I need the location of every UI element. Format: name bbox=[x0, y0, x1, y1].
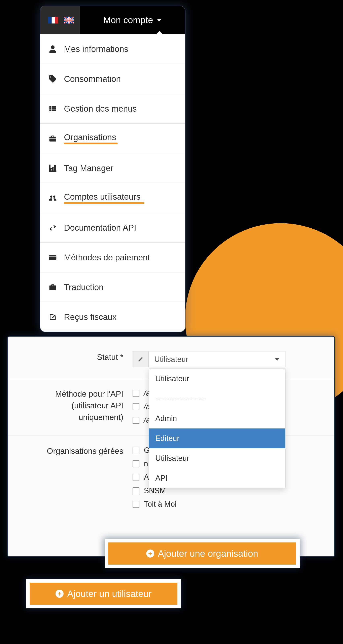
add-organisation-label: Ajouter une organisation bbox=[158, 548, 258, 559]
dropdown-pointer bbox=[156, 31, 163, 34]
svg-rect-7 bbox=[64, 20, 74, 20]
add-organisation-frame: + Ajouter une organisation bbox=[105, 539, 300, 568]
organisation-checkbox[interactable]: Toit à Moi bbox=[133, 500, 318, 508]
menu-item-mes-informations[interactable]: Mes informations bbox=[40, 34, 185, 64]
menu-item-label: Méthodes de paiement bbox=[64, 253, 150, 262]
status-option[interactable]: -------------------- bbox=[149, 389, 285, 408]
status-selected-text: Utilisateur bbox=[154, 355, 188, 364]
api-label-line: (utilisateur API bbox=[8, 400, 123, 411]
account-dropdown: Mon compte Mes informationsConsommationG… bbox=[40, 6, 185, 332]
tag-icon bbox=[48, 74, 58, 84]
exchange-icon bbox=[48, 224, 58, 232]
chevron-down-icon bbox=[157, 19, 162, 22]
flag-uk-icon[interactable] bbox=[64, 17, 74, 24]
highlight-underline bbox=[64, 142, 118, 144]
menu-item-label: Consommation bbox=[64, 74, 121, 84]
status-option[interactable]: Utilisateur bbox=[149, 448, 285, 468]
api-label-line: uniquement) bbox=[8, 411, 123, 423]
menu-item-traduction[interactable]: Traduction bbox=[40, 272, 185, 302]
svg-rect-2 bbox=[55, 17, 58, 23]
flag-fr-icon[interactable] bbox=[48, 17, 58, 24]
menu-item-label: Tag Manager bbox=[64, 164, 113, 173]
checkbox[interactable] bbox=[133, 447, 139, 454]
menu-item-consommation[interactable]: Consommation bbox=[40, 64, 185, 94]
chart-icon bbox=[48, 164, 58, 173]
status-options-popup: Utilisateur--------------------AdminEdit… bbox=[149, 368, 285, 488]
status-label: Statut * bbox=[8, 351, 133, 367]
status-option[interactable]: Admin bbox=[149, 408, 285, 428]
add-organisation-button[interactable]: + Ajouter une organisation bbox=[108, 542, 296, 564]
menu-item-label: Documentation API bbox=[64, 223, 136, 233]
organisation-label: Toit à Moi bbox=[144, 500, 177, 508]
chevron-down-icon bbox=[275, 358, 280, 361]
menu-item-documentation-api[interactable]: Documentation API bbox=[40, 213, 185, 242]
menu-item-re-us-fiscaux[interactable]: Reçus fiscaux bbox=[40, 302, 185, 332]
add-user-button[interactable]: + Ajouter un utilisateur bbox=[30, 583, 177, 605]
menu-item-label: Organisations bbox=[64, 132, 118, 142]
status-option[interactable]: Editeur bbox=[149, 428, 285, 448]
briefcase-icon bbox=[48, 283, 58, 292]
checkbox[interactable] bbox=[133, 460, 139, 467]
checkbox[interactable] bbox=[133, 474, 139, 481]
svg-rect-1 bbox=[52, 17, 55, 23]
user-form-panel: Statut * Utilisateur Utilisateur--------… bbox=[7, 336, 335, 557]
menu-item-comptes-utilisateurs[interactable]: Comptes utilisateurs bbox=[40, 183, 185, 213]
status-option[interactable]: API bbox=[149, 468, 285, 488]
api-label-line: Méthode pour l'API bbox=[8, 388, 123, 400]
pencil-icon bbox=[133, 351, 149, 367]
card-icon bbox=[48, 253, 58, 262]
highlight-underline bbox=[64, 202, 144, 204]
checkbox[interactable] bbox=[133, 417, 139, 424]
api-method-label: Méthode pour l'API (utilisateur API uniq… bbox=[8, 388, 133, 424]
edit-icon bbox=[48, 313, 58, 322]
dropdown-header: Mon compte bbox=[40, 6, 185, 34]
organisation-label: n bbox=[144, 460, 148, 468]
menu-item-label: Reçus fiscaux bbox=[64, 312, 117, 322]
add-user-label: Ajouter un utilisateur bbox=[67, 588, 151, 599]
menu-item-label: Comptes utilisateurs bbox=[64, 192, 144, 202]
status-select[interactable]: Utilisateur bbox=[133, 351, 285, 367]
menu-item-label: Gestion des menus bbox=[64, 104, 137, 114]
checkbox[interactable] bbox=[133, 390, 139, 397]
status-select-box[interactable]: Utilisateur bbox=[149, 351, 285, 367]
plus-circle-icon: + bbox=[146, 550, 154, 558]
plus-circle-icon: + bbox=[56, 590, 64, 598]
users-icon bbox=[48, 194, 58, 202]
checkbox[interactable] bbox=[133, 501, 139, 508]
add-user-frame: + Ajouter un utilisateur bbox=[26, 579, 181, 608]
svg-rect-0 bbox=[48, 17, 52, 23]
user-icon bbox=[48, 45, 58, 54]
checkbox[interactable] bbox=[133, 487, 139, 494]
status-option[interactable]: Utilisateur bbox=[149, 369, 285, 389]
menu-item-label: Traduction bbox=[64, 282, 104, 292]
menu-item-organisations[interactable]: Organisations bbox=[40, 124, 185, 153]
menu-item-label: Mes informations bbox=[64, 44, 128, 54]
menu-item-tag-manager[interactable]: Tag Manager bbox=[40, 153, 185, 183]
menu-item-m-thodes-de-paiement[interactable]: Méthodes de paiement bbox=[40, 242, 185, 272]
organisations-label: Organisations gérées bbox=[8, 445, 133, 508]
account-menu-trigger[interactable]: Mon compte bbox=[80, 15, 185, 25]
language-switcher bbox=[40, 6, 80, 34]
briefcase-icon bbox=[48, 134, 58, 143]
account-label-text: Mon compte bbox=[103, 15, 153, 25]
list-icon bbox=[48, 104, 58, 113]
menu-item-gestion-des-menus[interactable]: Gestion des menus bbox=[40, 94, 185, 124]
checkbox[interactable] bbox=[133, 403, 139, 410]
status-row: Statut * Utilisateur Utilisateur--------… bbox=[8, 348, 334, 371]
